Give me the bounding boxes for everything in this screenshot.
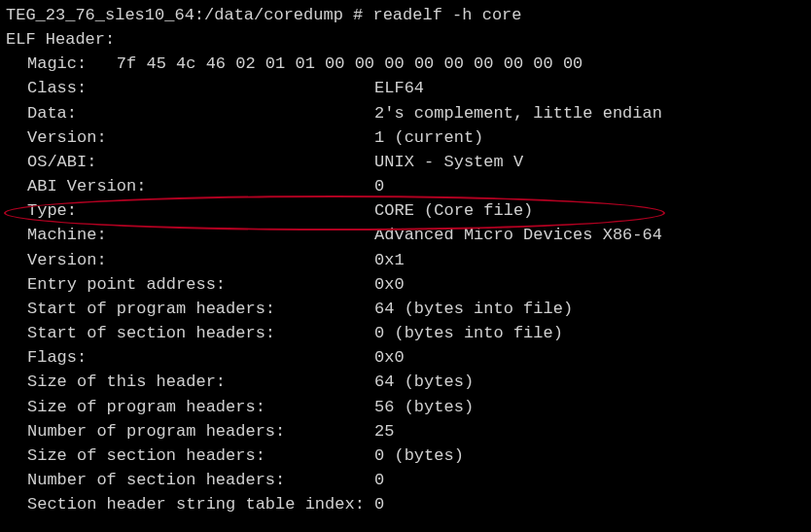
field-value: CORE (Core file) — [374, 201, 533, 220]
elf-field-row: Start of section headers: 0 (bytes into … — [6, 321, 805, 345]
field-label: Entry point address: — [27, 275, 374, 294]
field-label: OS/ABI: — [27, 153, 374, 171]
elf-field-row: Number of program headers: 25 — [6, 419, 805, 443]
field-value: 0 (bytes into file) — [374, 324, 563, 342]
elf-fields: Class: ELF64Data: 2's complement, little… — [6, 76, 805, 516]
elf-field-row: Type: CORE (Core file) — [6, 198, 805, 223]
field-value: 0x0 — [374, 275, 405, 294]
field-label: Section header string table index: — [27, 495, 374, 514]
field-label: ABI Version: — [27, 177, 374, 195]
field-label: Version: — [27, 251, 374, 269]
field-label: Flags: — [27, 348, 374, 367]
field-value: 0 — [374, 495, 384, 514]
field-value: UNIX - System V — [374, 153, 523, 171]
field-value: Advanced Micro Devices X86-64 — [374, 226, 662, 244]
field-label: Class: — [27, 79, 374, 97]
elf-field-row: OS/ABI: UNIX - System V — [6, 150, 805, 174]
elf-field-row: Machine: Advanced Micro Devices X86-64 — [6, 223, 805, 247]
elf-field-row: Class: ELF64 — [6, 76, 805, 100]
field-label: Version: — [27, 128, 374, 147]
elf-field-row: Section header string table index: 0 — [6, 492, 805, 516]
field-label: Start of section headers: — [27, 324, 374, 342]
field-value: 0 — [374, 177, 384, 195]
elf-field-row: Data: 2's complement, little endian — [6, 101, 805, 125]
prompt-line: TEG_23_76_sles10_64:/data/coredump # rea… — [6, 3, 805, 27]
elf-header-title: ELF Header: — [6, 27, 805, 52]
elf-field-row: Size of this header: 64 (bytes) — [6, 370, 805, 394]
field-value: 2's complement, little endian — [374, 104, 662, 123]
elf-field-row: ABI Version: 0 — [6, 174, 805, 198]
elf-field-row: Size of program headers: 56 (bytes) — [6, 395, 805, 419]
field-value: 25 — [374, 422, 394, 441]
field-value: ELF64 — [374, 79, 424, 97]
field-value: 64 (bytes) — [374, 372, 474, 391]
magic-bytes: 7f 45 4c 46 02 01 01 00 00 00 00 00 00 0… — [117, 54, 582, 73]
elf-field-row: Version: 0x1 — [6, 248, 805, 272]
field-label: Start of program headers: — [27, 300, 374, 318]
field-value: 0 — [374, 471, 384, 489]
field-label: Type: — [27, 201, 374, 220]
magic-line: Magic: 7f 45 4c 46 02 01 01 00 00 00 00 … — [6, 52, 805, 76]
field-value: 1 (current) — [374, 128, 483, 147]
field-label: Number of program headers: — [27, 422, 374, 441]
field-label: Size of this header: — [27, 372, 374, 391]
field-value: 64 (bytes into file) — [374, 300, 573, 318]
elf-field-row: Size of section headers: 0 (bytes) — [6, 443, 805, 468]
field-label: Size of program headers: — [27, 398, 374, 416]
elf-field-row: Entry point address: 0x0 — [6, 272, 805, 297]
elf-field-row: Start of program headers: 64 (bytes into… — [6, 297, 805, 321]
prompt-command: readelf -h core — [372, 6, 521, 24]
elf-field-row: Version: 1 (current) — [6, 125, 805, 150]
field-value: 0 (bytes) — [374, 446, 464, 465]
elf-field-row: Flags: 0x0 — [6, 345, 805, 370]
field-label: Number of section headers: — [27, 471, 374, 489]
field-value: 0x0 — [374, 348, 405, 367]
magic-label: Magic: — [27, 54, 87, 73]
field-label: Size of section headers: — [27, 446, 374, 465]
field-value: 56 (bytes) — [374, 398, 474, 416]
field-value: 0x1 — [374, 251, 405, 269]
elf-field-row: Number of section headers: 0 — [6, 468, 805, 492]
field-label: Machine: — [27, 226, 374, 244]
field-label: Data: — [27, 104, 374, 123]
prompt-host: TEG_23_76_sles10_64:/data/coredump # — [6, 6, 363, 24]
